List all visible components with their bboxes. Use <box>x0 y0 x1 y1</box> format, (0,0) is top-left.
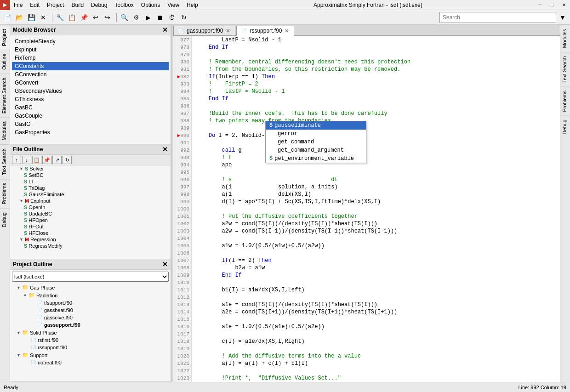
project-tree-item[interactable]: 📄gassupport.f90 <box>10 321 171 329</box>
outline-tree-item[interactable]: ▼MRegression <box>10 236 171 243</box>
tab-outline[interactable]: Outline <box>0 50 10 74</box>
right-tab-debug[interactable]: Debug <box>560 115 570 138</box>
code-text[interactable]: LastP = Nsolid - 2 Else ! If there's no … <box>192 36 560 382</box>
module-item[interactable]: GasBC <box>12 103 169 112</box>
tab-debug[interactable]: Debug <box>0 208 10 231</box>
project-tree-item[interactable]: 📄rssupport.f90 <box>10 344 171 351</box>
maximize-button[interactable]: □ <box>546 0 558 10</box>
menu-file[interactable]: File <box>10 1 26 9</box>
open-button[interactable]: 📂 <box>14 12 25 23</box>
menu-view[interactable]: View <box>164 1 183 9</box>
autocomplete-item[interactable]: get_command_argument <box>266 146 366 154</box>
tab-close-button[interactable]: ✕ <box>285 28 289 34</box>
run-button[interactable]: ⚙ <box>131 12 142 23</box>
outline-paste[interactable]: 📌 <box>42 156 51 164</box>
right-tab-text-search[interactable]: Text Search <box>560 52 570 86</box>
save-button[interactable]: 💾 <box>26 12 37 23</box>
module-item[interactable]: GConvection <box>12 70 169 79</box>
new-button[interactable]: 📄 <box>2 12 13 23</box>
search-input[interactable] <box>439 12 556 23</box>
outline-tree-item[interactable]: SUpdateBC <box>10 210 171 217</box>
outline-expand[interactable]: ↗ <box>52 156 62 164</box>
build-button[interactable]: 🔧 <box>54 12 65 23</box>
project-outline-close[interactable]: ✕ <box>162 261 168 268</box>
module-item[interactable]: GThickness <box>12 95 169 103</box>
undo-button[interactable]: ↩ <box>90 12 101 23</box>
paste-button[interactable]: 📌 <box>78 12 89 23</box>
outline-tree-item[interactable]: SLI <box>10 178 171 185</box>
project-select[interactable]: lsdf (lsdf.exe) <box>12 272 169 282</box>
close-file-button[interactable]: ✕ <box>38 12 49 23</box>
tab-problems[interactable]: Problems <box>0 179 10 208</box>
tab-text-search[interactable]: Text Search <box>0 144 10 179</box>
tab-modules[interactable]: Modules <box>0 117 10 144</box>
autocomplete-item[interactable]: gerror <box>266 130 366 138</box>
outline-tree-item[interactable]: SHFClose <box>10 230 171 236</box>
minimize-button[interactable]: ─ <box>534 0 546 10</box>
module-item[interactable]: GConstants <box>12 62 169 70</box>
outline-copy[interactable]: 📋 <box>32 156 41 164</box>
right-tab-problems[interactable]: Problems <box>560 86 570 115</box>
menu-edit[interactable]: Edit <box>26 1 43 9</box>
project-tree-item[interactable]: 📄notreal.f90 <box>10 359 171 366</box>
project-tree-item[interactable]: 📄gassheat.f90 <box>10 307 171 314</box>
project-tree-item[interactable]: ▼📁Radiation <box>10 291 171 299</box>
outline-sort-desc[interactable]: ↓ <box>22 156 31 164</box>
search-button[interactable]: 🔍 <box>119 12 130 23</box>
tab-close-button[interactable]: ✕ <box>226 28 230 34</box>
timer-button[interactable]: ⏱ <box>166 12 177 23</box>
expand-icon[interactable]: ▼ <box>19 199 23 203</box>
outline-tree-item[interactable]: SHFOpen <box>10 217 171 223</box>
module-item[interactable]: FixTemp <box>12 54 169 62</box>
project-tree-item[interactable]: 📄gassolve.f90 <box>10 314 171 321</box>
expand-icon[interactable]: ▼ <box>19 237 23 242</box>
outline-tree-item[interactable]: SSetBC <box>10 172 171 178</box>
menu-options[interactable]: Options <box>137 1 164 9</box>
autocomplete-popup[interactable]: Sgausseliminategerrorget_commandget_comm… <box>265 121 366 163</box>
autocomplete-item[interactable]: get_command <box>266 138 366 146</box>
autocomplete-item[interactable]: Sget_environment_variable <box>266 154 366 163</box>
module-item[interactable]: GSecondaryValues <box>12 87 169 95</box>
module-item[interactable]: GasIO <box>12 120 169 128</box>
autocomplete-item[interactable]: Sgausseliminate <box>266 121 366 130</box>
outline-tree-item[interactable]: SOpenIn <box>10 204 171 210</box>
module-item[interactable]: GasProperties <box>12 128 169 136</box>
outline-sort-asc[interactable]: ↑ <box>12 156 21 164</box>
stop-button[interactable]: ⏹ <box>154 12 165 23</box>
editor-tab[interactable]: 📄gassupport.f90✕ <box>173 26 235 35</box>
redo-button[interactable]: ↪ <box>102 12 113 23</box>
code-content[interactable]: 974975976977978979980981▶982983984985986… <box>173 36 560 382</box>
outline-tree-item[interactable]: SRegressModify <box>10 243 171 249</box>
menu-toolbox[interactable]: Toolbox <box>111 1 137 9</box>
outline-refresh[interactable]: ↻ <box>63 156 72 164</box>
module-item[interactable]: ExpInput <box>12 45 169 54</box>
tab-element-search[interactable]: Element Search <box>0 74 10 117</box>
module-browser-close[interactable]: ✕ <box>162 26 168 34</box>
module-item[interactable]: CompleteSteady <box>12 37 169 45</box>
project-tree-item[interactable]: ▼📁Support <box>10 351 171 359</box>
refresh-button[interactable]: ↻ <box>178 12 189 23</box>
outline-tree-item[interactable]: SHFOut <box>10 223 171 230</box>
menu-project[interactable]: Project <box>43 1 68 9</box>
module-item[interactable]: GConvert <box>12 79 169 87</box>
debug-run-button[interactable]: ▶ <box>142 12 154 23</box>
copy-button[interactable]: 📋 <box>66 12 77 23</box>
outline-tree-item[interactable]: SGaussEliminate <box>10 191 171 198</box>
file-outline-close[interactable]: ✕ <box>162 146 168 153</box>
project-tree-item[interactable]: 📄tfsupport.f90 <box>10 299 171 307</box>
search-dropdown[interactable]: ▼ <box>557 12 568 23</box>
right-tab-modules[interactable]: Modules <box>560 25 570 52</box>
menu-help[interactable]: Help <box>183 1 202 9</box>
project-tree-item[interactable]: ▼📁Gas Phase <box>10 284 171 291</box>
menu-debug[interactable]: Debug <box>87 1 111 9</box>
project-tree-item[interactable]: ▼📁Solid Phase <box>10 329 171 336</box>
outline-tree-item[interactable]: ▼MExpInput <box>10 198 171 204</box>
editor-tab[interactable]: 📄rssupport.f90✕ <box>236 26 294 36</box>
project-tree-item[interactable]: 📄rsfirst.f90 <box>10 336 171 344</box>
menu-build[interactable]: Build <box>68 1 87 9</box>
outline-tree-item[interactable]: STriDiag <box>10 185 171 191</box>
close-button[interactable]: ✕ <box>558 0 570 10</box>
expand-icon[interactable]: ▼ <box>19 166 23 171</box>
tab-project[interactable]: Project <box>0 25 10 50</box>
module-item[interactable]: GasCouple <box>12 112 169 120</box>
